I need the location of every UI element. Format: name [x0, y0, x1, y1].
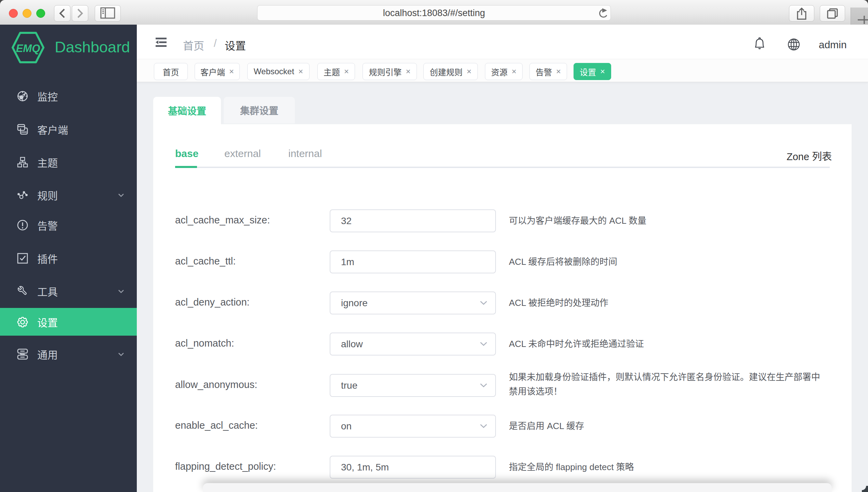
- svg-text:EMQ: EMQ: [16, 42, 40, 54]
